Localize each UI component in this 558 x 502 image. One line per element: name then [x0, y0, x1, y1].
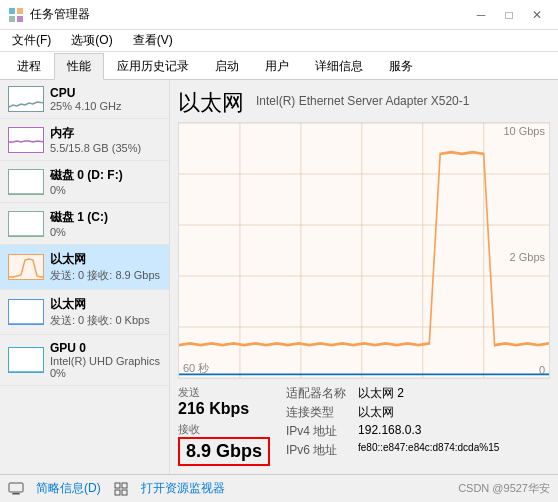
svg-rect-21	[122, 490, 127, 495]
recv-value: 8.9 Gbps	[178, 437, 270, 466]
net1-value: 发送: 0 接收: 8.9 Gbps	[50, 268, 161, 283]
close-button[interactable]: ✕	[524, 5, 550, 25]
right-header: 以太网 Intel(R) Ethernet Server Adapter X52…	[178, 88, 550, 118]
title-text: 任务管理器	[30, 6, 90, 23]
tab-services[interactable]: 服务	[376, 53, 426, 79]
right-panel: 以太网 Intel(R) Ethernet Server Adapter X52…	[170, 80, 558, 474]
tab-bar: 进程 性能 应用历史记录 启动 用户 详细信息 服务	[0, 52, 558, 80]
net2-value: 发送: 0 接收: 0 Kbps	[50, 313, 161, 328]
net2-thumbnail	[8, 299, 44, 325]
disk0-value: 0%	[50, 184, 161, 196]
brand-text: CSDN @9527华安	[458, 481, 550, 496]
main-content: CPU 25% 4.10 GHz 内存 5.5/15.8 GB (35%)	[0, 80, 558, 474]
gpu-subname: Intel(R) UHD Graphics	[50, 355, 161, 367]
svg-rect-0	[9, 8, 15, 14]
tab-app-history[interactable]: 应用历史记录	[104, 53, 202, 79]
minimize-button[interactable]: ─	[468, 5, 494, 25]
svg-rect-18	[115, 483, 120, 488]
gpu-label: GPU 0	[50, 341, 161, 355]
send-stat: 发送 216 Kbps	[178, 385, 270, 418]
cpu-info: CPU 25% 4.10 GHz	[50, 86, 161, 112]
net1-thumbnail	[8, 254, 44, 280]
ram-label: 内存	[50, 125, 161, 142]
stats-column: 发送 216 Kbps 接收 8.9 Gbps	[178, 385, 270, 466]
chart-mid-label: 2 Gbps	[510, 251, 545, 263]
chart-svg	[179, 123, 549, 378]
right-subtitle: Intel(R) Ethernet Server Adapter X520-1	[256, 94, 469, 108]
menu-options[interactable]: 选项(O)	[63, 30, 120, 51]
connection-type-val: 以太网	[358, 404, 499, 421]
sidebar-item-gpu[interactable]: GPU 0 Intel(R) UHD Graphics 0%	[0, 335, 169, 386]
open-resource-monitor-link[interactable]: 打开资源监视器	[141, 480, 225, 497]
disk1-info: 磁盘 1 (C:) 0%	[50, 209, 161, 238]
disk0-info: 磁盘 0 (D: F:) 0%	[50, 167, 161, 196]
sidebar-item-disk0[interactable]: 磁盘 0 (D: F:) 0%	[0, 161, 169, 203]
status-left: 简略信息(D) 打开资源监视器	[8, 480, 225, 497]
adapter-info: 适配器名称 以太网 2 连接类型 以太网 IPv4 地址 192.168.0.3…	[286, 385, 499, 459]
recv-stat: 接收 8.9 Gbps	[178, 422, 270, 466]
maximize-button[interactable]: □	[496, 5, 522, 25]
brief-info-link[interactable]: 简略信息(D)	[36, 480, 101, 497]
sidebar-item-net1[interactable]: 以太网 发送: 0 接收: 8.9 Gbps	[0, 245, 169, 290]
network-chart: 10 Gbps 2 Gbps 0 60 秒	[178, 122, 550, 379]
chart-time-label: 60 秒	[183, 361, 209, 376]
sidebar-item-net2[interactable]: 以太网 发送: 0 接收: 0 Kbps	[0, 290, 169, 335]
cpu-label: CPU	[50, 86, 161, 100]
send-label: 发送	[178, 385, 270, 400]
monitor-icon	[8, 481, 24, 497]
gpu-value: 0%	[50, 367, 161, 379]
recv-label: 接收	[178, 422, 270, 437]
chart-title: 以太网	[178, 88, 244, 118]
disk1-thumbnail	[8, 211, 44, 237]
disk0-thumbnail	[8, 169, 44, 195]
svg-rect-19	[122, 483, 127, 488]
disk0-label: 磁盘 0 (D: F:)	[50, 167, 161, 184]
right-title: 以太网	[178, 88, 244, 118]
ram-value: 5.5/15.8 GB (35%)	[50, 142, 161, 154]
tab-details[interactable]: 详细信息	[302, 53, 376, 79]
menu-bar: 文件(F) 选项(O) 查看(V)	[0, 30, 558, 52]
adapter-name-val: 以太网 2	[358, 385, 499, 402]
net1-label: 以太网	[50, 251, 161, 268]
send-value: 216 Kbps	[178, 400, 270, 418]
ipv4-val: 192.168.0.3	[358, 423, 499, 440]
sidebar-item-disk1[interactable]: 磁盘 1 (C:) 0%	[0, 203, 169, 245]
cpu-thumbnail	[8, 86, 44, 112]
tab-users[interactable]: 用户	[252, 53, 302, 79]
net2-info: 以太网 发送: 0 接收: 0 Kbps	[50, 296, 161, 328]
svg-rect-1	[17, 8, 23, 14]
gpu-info: GPU 0 Intel(R) UHD Graphics 0%	[50, 341, 161, 379]
sidebar: CPU 25% 4.10 GHz 内存 5.5/15.8 GB (35%)	[0, 80, 170, 474]
chart-bottom-label: 0	[539, 364, 545, 376]
menu-view[interactable]: 查看(V)	[125, 30, 181, 51]
svg-rect-2	[9, 16, 15, 22]
sidebar-item-ram[interactable]: 内存 5.5/15.8 GB (35%)	[0, 119, 169, 161]
ipv6-key: IPv6 地址	[286, 442, 346, 459]
svg-rect-3	[17, 16, 23, 22]
gpu-thumbnail	[8, 347, 44, 373]
tab-processes[interactable]: 进程	[4, 53, 54, 79]
status-bar: 简略信息(D) 打开资源监视器 CSDN @9527华安	[0, 474, 558, 502]
tab-startup[interactable]: 启动	[202, 53, 252, 79]
tab-performance[interactable]: 性能	[54, 53, 104, 80]
chart-top-label: 10 Gbps	[503, 125, 545, 137]
svg-rect-20	[115, 490, 120, 495]
net2-label: 以太网	[50, 296, 161, 313]
app-icon	[8, 7, 24, 23]
disk1-value: 0%	[50, 226, 161, 238]
ipv4-key: IPv4 地址	[286, 423, 346, 440]
connection-type-key: 连接类型	[286, 404, 346, 421]
sidebar-item-cpu[interactable]: CPU 25% 4.10 GHz	[0, 80, 169, 119]
ipv6-val: fe80::e847:e84c:d874:dcda%15	[358, 442, 499, 459]
title-bar-left: 任务管理器	[8, 6, 90, 23]
title-bar: 任务管理器 ─ □ ✕	[0, 0, 558, 30]
ram-info: 内存 5.5/15.8 GB (35%)	[50, 125, 161, 154]
cpu-value: 25% 4.10 GHz	[50, 100, 161, 112]
ram-thumbnail	[8, 127, 44, 153]
disk1-label: 磁盘 1 (C:)	[50, 209, 161, 226]
adapter-name-key: 适配器名称	[286, 385, 346, 402]
resource-icon	[113, 481, 129, 497]
bottom-info: 发送 216 Kbps 接收 8.9 Gbps 适配器名称 以太网 2 连接类型…	[178, 385, 550, 466]
menu-file[interactable]: 文件(F)	[4, 30, 59, 51]
net1-info: 以太网 发送: 0 接收: 8.9 Gbps	[50, 251, 161, 283]
